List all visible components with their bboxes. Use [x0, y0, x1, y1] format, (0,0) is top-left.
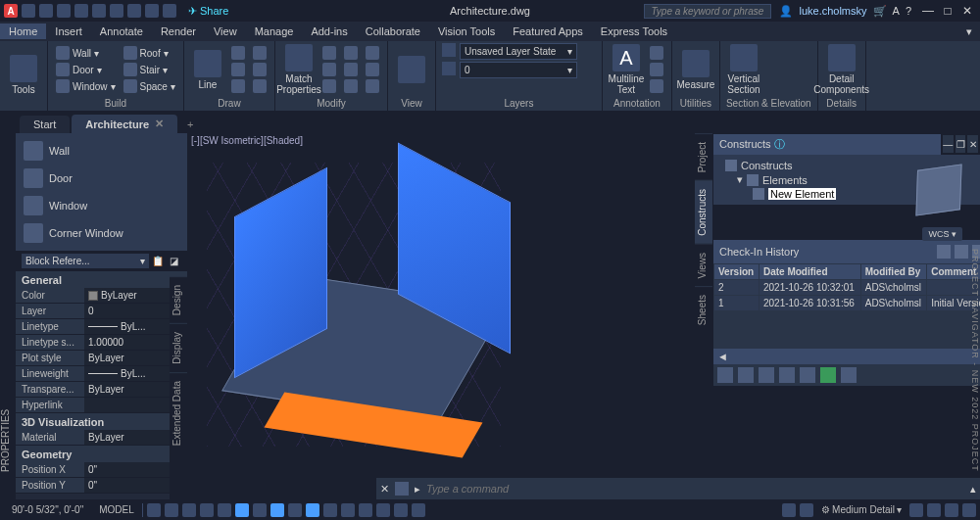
- saveas-icon[interactable]: [74, 4, 88, 18]
- polyline-button[interactable]: [229, 45, 247, 61]
- vertical-section-button[interactable]: Vertical Section: [726, 44, 761, 95]
- lineweight-icon[interactable]: [323, 503, 337, 517]
- palette-corner-window[interactable]: Corner Window: [16, 219, 187, 247]
- snap-icon[interactable]: [165, 503, 178, 517]
- dimension-button[interactable]: [648, 45, 665, 61]
- tab-annotate[interactable]: Annotate: [91, 24, 152, 39]
- mirror-button[interactable]: [342, 62, 360, 77]
- vtab-project[interactable]: Project: [695, 133, 712, 180]
- col-version[interactable]: Version: [714, 264, 760, 280]
- mini-minimize-icon[interactable]: —: [943, 135, 954, 153]
- viewport[interactable]: [-][SW Isometric][Shaded] Project Constr…: [187, 133, 980, 499]
- vtab-sheets[interactable]: Sheets: [695, 286, 712, 333]
- tab-addins[interactable]: Add-ins: [302, 24, 356, 39]
- property-row[interactable]: Linetype s...1.00000: [16, 335, 187, 351]
- property-row[interactable]: Position Y0": [16, 478, 187, 494]
- tab-render[interactable]: Render: [152, 24, 205, 39]
- tab-start[interactable]: Start: [20, 116, 70, 133]
- dynamic-input-icon[interactable]: [200, 503, 214, 517]
- property-row[interactable]: Layer0: [16, 304, 187, 319]
- user-name[interactable]: luke.cholmsky: [799, 5, 866, 17]
- properties-palette-label[interactable]: PROPERTIES: [0, 382, 16, 499]
- autoscale-icon[interactable]: [412, 503, 425, 517]
- cmd-close-icon[interactable]: ✕: [380, 483, 389, 496]
- viewcube[interactable]: [911, 163, 966, 217]
- tab-vision-tools[interactable]: Vision Tools: [429, 24, 504, 39]
- arc-button[interactable]: [229, 78, 247, 94]
- ortho-icon[interactable]: [218, 503, 231, 517]
- annotation-visibility-icon[interactable]: [394, 503, 408, 517]
- property-row[interactable]: LinetypeByL...: [16, 319, 187, 335]
- section-3d-viz[interactable]: 3D Visualization▾: [16, 413, 187, 430]
- gizmo-icon[interactable]: [376, 503, 390, 517]
- tab-view[interactable]: View: [205, 24, 246, 39]
- scroll-left-icon[interactable]: ◄: [717, 351, 728, 362]
- nav-new-icon[interactable]: [717, 367, 733, 383]
- table-button[interactable]: [648, 78, 665, 94]
- signin-icon[interactable]: 👤: [779, 5, 793, 18]
- tree-new-element-input[interactable]: New Element: [768, 188, 836, 200]
- layer-color-swatch[interactable]: [442, 62, 456, 75]
- object-type-select[interactable]: Block Refere...▾: [22, 254, 149, 268]
- new-icon[interactable]: [22, 4, 35, 18]
- vtab-display[interactable]: Display: [170, 323, 187, 372]
- circle-button[interactable]: [229, 62, 247, 77]
- layer-state-select[interactable]: Unsaved Layer State▾: [460, 43, 577, 60]
- save-icon[interactable]: [57, 4, 71, 18]
- layer-properties-icon[interactable]: [442, 43, 456, 57]
- hardware-accel-icon[interactable]: [927, 503, 941, 517]
- help-icon[interactable]: ?: [906, 5, 911, 17]
- stretch-button[interactable]: [320, 78, 338, 94]
- ribbon-collapse-icon[interactable]: ▾: [958, 25, 980, 38]
- osnap-icon[interactable]: [270, 503, 284, 517]
- vtab-views[interactable]: Views: [695, 244, 712, 287]
- viewport-label[interactable]: [-][SW Isometric][Shaded]: [191, 135, 303, 146]
- detail-components-button[interactable]: Detail Components: [824, 44, 859, 95]
- mini-close-icon[interactable]: ✕: [967, 135, 978, 153]
- panel-scrollbar[interactable]: ◄►: [713, 349, 980, 364]
- stair-button[interactable]: Stair▾: [122, 62, 177, 77]
- checkin-header[interactable]: Check-In History: [713, 240, 980, 263]
- nav-show-icon[interactable]: [800, 367, 815, 383]
- app-icon[interactable]: A: [4, 4, 18, 18]
- checkin-add-icon[interactable]: [937, 245, 951, 259]
- new-tab-button[interactable]: +: [179, 116, 201, 133]
- vtab-extended-data[interactable]: Extended Data: [170, 372, 187, 453]
- space-button[interactable]: Space▾: [122, 78, 177, 94]
- expand-icon[interactable]: ▾: [737, 173, 743, 186]
- rectangle-button[interactable]: [251, 45, 269, 61]
- open-icon[interactable]: [39, 4, 53, 18]
- nav-open-icon[interactable]: [738, 367, 754, 383]
- move-button[interactable]: [320, 45, 338, 61]
- redo-icon[interactable]: [145, 4, 159, 18]
- model-space-button[interactable]: MODEL: [95, 502, 138, 517]
- project-navigator-label[interactable]: PROJECT NAVIGATOR - NEW 2022 PROJECT: [966, 249, 980, 472]
- apps-icon[interactable]: A: [893, 5, 900, 17]
- measure-button[interactable]: Measure: [678, 50, 713, 90]
- pick-icon[interactable]: ◪: [167, 256, 181, 266]
- trim-button[interactable]: [364, 45, 381, 61]
- tools-button[interactable]: Tools: [6, 55, 41, 95]
- property-row[interactable]: LineweightByL...: [16, 366, 187, 382]
- qat-more-icon[interactable]: [163, 4, 176, 18]
- tab-home[interactable]: Home: [0, 24, 46, 39]
- search-input[interactable]: Type a keyword or phrase: [644, 4, 771, 19]
- match-properties-button[interactable]: Match Properties: [281, 44, 317, 95]
- maximize-button[interactable]: □: [939, 4, 956, 18]
- scale-button[interactable]: [342, 78, 360, 94]
- table-row[interactable]: 22021-10-26 10:32:01ADS\cholmsl: [714, 280, 981, 296]
- isolate-icon[interactable]: [909, 503, 923, 517]
- section-general[interactable]: General▾: [16, 271, 187, 288]
- ellipse-button[interactable]: [251, 62, 269, 77]
- palette-door[interactable]: Door: [16, 165, 187, 192]
- table-row[interactable]: 12021-10-26 10:31:56ADS\cholmslInitial V…: [714, 296, 981, 311]
- layer-current-select[interactable]: 0▾: [460, 62, 577, 78]
- cart-icon[interactable]: 🛒: [873, 5, 887, 18]
- tab-manage[interactable]: Manage: [246, 24, 303, 39]
- minimize-button[interactable]: —: [919, 4, 937, 18]
- quick-select-icon[interactable]: 📋: [149, 256, 167, 266]
- customize-icon[interactable]: [962, 503, 976, 517]
- command-input[interactable]: [426, 483, 964, 495]
- tab-featured-apps[interactable]: Featured Apps: [504, 24, 592, 39]
- leader-button[interactable]: [648, 62, 665, 77]
